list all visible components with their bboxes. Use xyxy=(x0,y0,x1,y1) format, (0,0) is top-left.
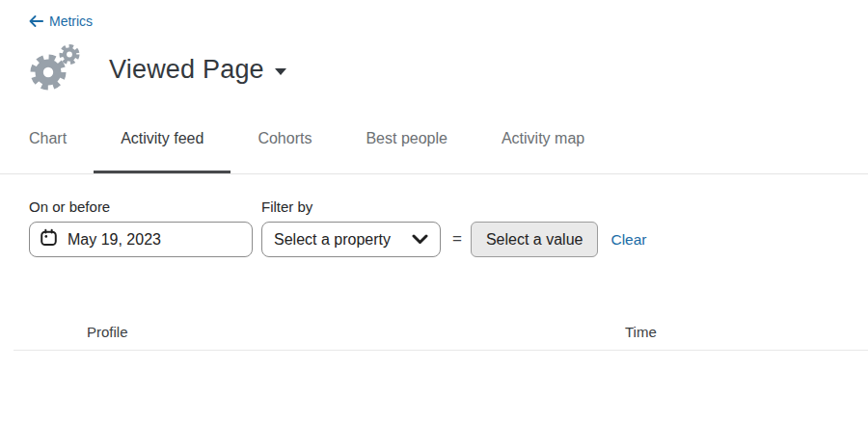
tab-activity-map[interactable]: Activity map xyxy=(475,124,611,168)
clear-filter-link[interactable]: Clear xyxy=(610,231,646,249)
date-input[interactable]: May 19, 2023 xyxy=(29,222,253,257)
back-to-metrics-link[interactable]: Metrics xyxy=(29,13,93,29)
calendar-icon xyxy=(40,228,58,250)
date-input-value: May 19, 2023 xyxy=(68,231,161,249)
property-select-value: Select a property xyxy=(274,231,391,249)
tab-cohorts[interactable]: Cohorts xyxy=(231,124,339,168)
column-header-time: Time xyxy=(625,324,657,340)
tab-chart[interactable]: Chart xyxy=(2,124,94,168)
chevron-down-icon xyxy=(412,231,428,249)
filter-bar: On or before May 19, 2023 Filter by Sele… xyxy=(29,198,647,257)
property-select[interactable]: Select a property xyxy=(261,222,441,257)
activity-feed-page: Metrics Viewed Page Chart Activity feed … xyxy=(0,0,868,421)
back-link-label: Metrics xyxy=(49,13,93,29)
equals-operator: = xyxy=(452,229,462,249)
gear-icon xyxy=(26,42,84,96)
page-title: Viewed Page xyxy=(109,55,264,85)
table-row: D Viewed Page about 2 years ago at 9:52 … xyxy=(0,351,868,421)
arrow-left-icon xyxy=(29,15,43,27)
property-filter-group: Filter by Select a property xyxy=(253,198,441,257)
title-dropdown-button[interactable] xyxy=(275,68,286,75)
property-filter-label: Filter by xyxy=(261,198,441,215)
column-header-profile: Profile xyxy=(87,324,128,340)
date-filter-group: On or before May 19, 2023 xyxy=(29,198,253,257)
date-filter-label: On or before xyxy=(29,198,253,215)
tab-bar: Chart Activity feed Cohorts Best people … xyxy=(0,124,868,174)
select-value-button[interactable]: Select a value xyxy=(471,222,599,257)
page-header: Viewed Page xyxy=(26,42,286,96)
tab-activity-feed[interactable]: Activity feed xyxy=(94,124,231,173)
tab-best-people[interactable]: Best people xyxy=(339,124,475,168)
